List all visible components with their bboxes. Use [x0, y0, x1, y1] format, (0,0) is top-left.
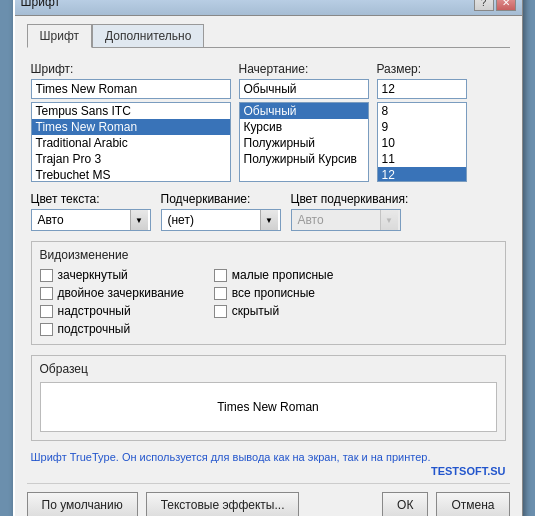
- size-input[interactable]: [377, 79, 467, 99]
- underline-arrow[interactable]: ▼: [260, 210, 278, 230]
- font-item-4[interactable]: Trebuchet MS: [32, 167, 230, 182]
- testsoft-label: TESTSOFT.SU: [31, 465, 506, 477]
- underline-dropdown[interactable]: (нет) ▼: [161, 209, 281, 231]
- preview-section: Образец Times New Roman: [31, 355, 506, 441]
- default-button[interactable]: По умолчанию: [27, 492, 138, 516]
- underline-label: Подчеркивание:: [161, 192, 281, 206]
- tab-font[interactable]: Шрифт: [27, 24, 92, 48]
- check-double-strikethrough-label: двойное зачеркивание: [58, 286, 184, 300]
- check-strikethrough[interactable]: зачеркнутый: [40, 268, 184, 282]
- tab-advanced[interactable]: Дополнительно: [92, 24, 204, 47]
- effects-label: Видоизменение: [36, 248, 497, 262]
- size-item-4[interactable]: 12: [378, 167, 466, 182]
- style-listbox[interactable]: Обычный Курсив Полужирный Полужирный Кур…: [239, 102, 369, 182]
- checkbox-all-caps[interactable]: [214, 287, 227, 300]
- underline-color-arrow: ▼: [380, 210, 398, 230]
- check-all-caps[interactable]: все прописные: [214, 286, 334, 300]
- underline-color-group: Цвет подчеркивания: Авто ▼: [291, 192, 409, 231]
- size-item-3[interactable]: 11: [378, 151, 466, 167]
- text-color-arrow[interactable]: ▼: [130, 210, 148, 230]
- check-subscript[interactable]: подстрочный: [40, 322, 184, 336]
- hint-text: Шрифт TrueType. Он используется для выво…: [31, 451, 506, 463]
- checkbox-subscript[interactable]: [40, 323, 53, 336]
- close-button[interactable]: ✕: [496, 0, 516, 11]
- title-buttons: ? ✕: [474, 0, 516, 11]
- effects-section: Видоизменение зачеркнутый двойное зачерк…: [31, 241, 506, 345]
- font-item-1[interactable]: Times New Roman: [32, 119, 230, 135]
- text-color-group: Цвет текста: Авто ▼: [31, 192, 151, 231]
- font-col: Шрифт: Tempus Sans ITC Times New Roman T…: [31, 62, 231, 182]
- underline-value: (нет): [164, 213, 260, 227]
- style-label: Начертание:: [239, 62, 369, 76]
- font-item-3[interactable]: Trajan Pro 3: [32, 151, 230, 167]
- check-small-caps[interactable]: малые прописные: [214, 268, 334, 282]
- style-input[interactable]: [239, 79, 369, 99]
- font-listbox[interactable]: Tempus Sans ITC Times New Roman Traditio…: [31, 102, 231, 182]
- check-all-caps-label: все прописные: [232, 286, 315, 300]
- style-item-2[interactable]: Полужирный: [240, 135, 368, 151]
- checkbox-double-strikethrough[interactable]: [40, 287, 53, 300]
- size-listbox[interactable]: 8 9 10 11 12: [377, 102, 467, 182]
- effects-left: зачеркнутый двойное зачеркивание надстро…: [40, 268, 184, 336]
- underline-color-value: Авто: [294, 213, 380, 227]
- checkbox-strikethrough[interactable]: [40, 269, 53, 282]
- size-col: Размер: 8 9 10 11 12: [377, 62, 467, 182]
- check-subscript-label: подстрочный: [58, 322, 131, 336]
- check-double-strikethrough[interactable]: двойное зачеркивание: [40, 286, 184, 300]
- effects-right: малые прописные все прописные скрытый: [214, 268, 334, 336]
- preview-label: Образец: [36, 362, 497, 376]
- tab-bar: Шрифт Дополнительно: [27, 24, 510, 48]
- dialog-content: Шрифт Дополнительно Шрифт: Tempus Sans I…: [15, 16, 522, 516]
- title-bar: Шрифт ? ✕: [15, 0, 522, 16]
- underline-color-label: Цвет подчеркивания:: [291, 192, 409, 206]
- font-item-2[interactable]: Traditional Arabic: [32, 135, 230, 151]
- size-item-0[interactable]: 8: [378, 103, 466, 119]
- window-title: Шрифт: [21, 0, 60, 9]
- style-item-1[interactable]: Курсив: [240, 119, 368, 135]
- size-label: Размер:: [377, 62, 467, 76]
- check-hidden-label: скрытый: [232, 304, 279, 318]
- main-panel: Шрифт: Tempus Sans ITC Times New Roman T…: [27, 56, 510, 483]
- text-color-dropdown[interactable]: Авто ▼: [31, 209, 151, 231]
- font-label: Шрифт:: [31, 62, 231, 76]
- preview-box: Times New Roman: [40, 382, 497, 432]
- checkbox-hidden[interactable]: [214, 305, 227, 318]
- effects-checkboxes: зачеркнутый двойное зачеркивание надстро…: [40, 268, 497, 336]
- check-superscript[interactable]: надстрочный: [40, 304, 184, 318]
- help-button[interactable]: ?: [474, 0, 494, 11]
- check-superscript-label: надстрочный: [58, 304, 131, 318]
- checkbox-small-caps[interactable]: [214, 269, 227, 282]
- preview-text: Times New Roman: [217, 400, 319, 414]
- effects-button[interactable]: Текстовые эффекты...: [146, 492, 300, 516]
- dialog-window: Шрифт ? ✕ Шрифт Дополнительно Шрифт: Tem…: [13, 0, 523, 516]
- underline-group: Подчеркивание: (нет) ▼: [161, 192, 281, 231]
- style-col: Начертание: Обычный Курсив Полужирный По…: [239, 62, 369, 182]
- underline-color-dropdown[interactable]: Авто ▼: [291, 209, 401, 231]
- style-item-3[interactable]: Полужирный Курсив: [240, 151, 368, 167]
- checkbox-superscript[interactable]: [40, 305, 53, 318]
- font-input[interactable]: [31, 79, 231, 99]
- cancel-button[interactable]: Отмена: [436, 492, 509, 516]
- font-row: Шрифт: Tempus Sans ITC Times New Roman T…: [31, 62, 506, 182]
- button-row: По умолчанию Текстовые эффекты... ОК Отм…: [27, 483, 510, 516]
- check-small-caps-label: малые прописные: [232, 268, 334, 282]
- color-row: Цвет текста: Авто ▼ Подчеркивание: (нет)…: [31, 192, 506, 231]
- font-item-0[interactable]: Tempus Sans ITC: [32, 103, 230, 119]
- text-color-value: Авто: [34, 213, 130, 227]
- check-hidden[interactable]: скрытый: [214, 304, 334, 318]
- size-item-1[interactable]: 9: [378, 119, 466, 135]
- check-strikethrough-label: зачеркнутый: [58, 268, 128, 282]
- ok-button[interactable]: ОК: [382, 492, 428, 516]
- text-color-label: Цвет текста:: [31, 192, 151, 206]
- size-item-2[interactable]: 10: [378, 135, 466, 151]
- style-item-0[interactable]: Обычный: [240, 103, 368, 119]
